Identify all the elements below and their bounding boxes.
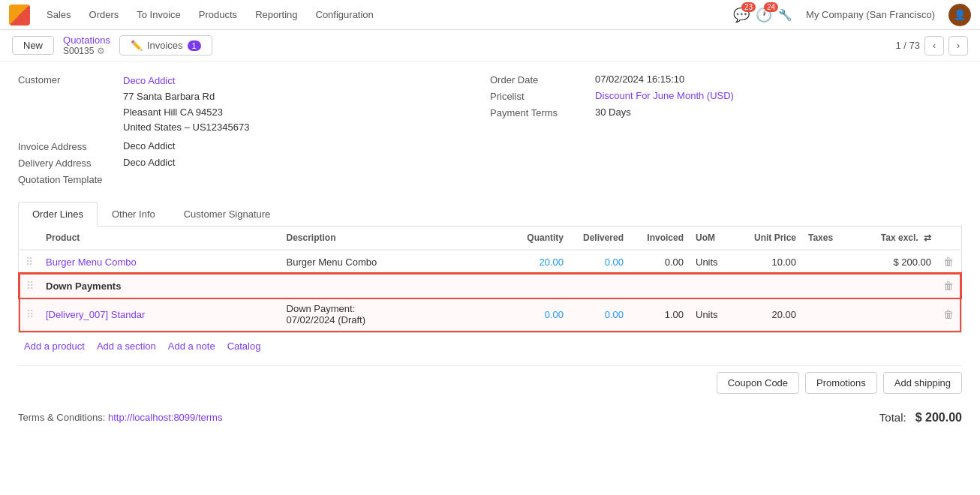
col-taxes: Taxes bbox=[802, 226, 862, 250]
tabs: Order Lines Other Info Customer Signatur… bbox=[18, 202, 962, 226]
section-label-cell[interactable]: Down Payments bbox=[40, 274, 862, 298]
customer-address1: 77 Santa Barbara Rd bbox=[123, 89, 249, 105]
logo-square bbox=[9, 4, 30, 26]
product-cell[interactable]: Burger Menu Combo bbox=[40, 250, 281, 274]
main-content: Customer Deco Addict 77 Santa Barbara Rd… bbox=[0, 62, 980, 495]
record-id: S00135 bbox=[63, 46, 94, 56]
col-right: Order Date 07/02/2024 16:15:10 Pricelist… bbox=[490, 74, 962, 190]
delivery-address-value[interactable]: Deco Addict bbox=[123, 157, 175, 168]
messages-icon[interactable]: 💬 23 bbox=[733, 7, 750, 23]
dp-product-cell[interactable]: [Delivery_007] Standar bbox=[40, 298, 281, 332]
tab-customer-signature[interactable]: Customer Signature bbox=[170, 202, 285, 226]
taxes-cell[interactable] bbox=[802, 250, 862, 274]
user-avatar[interactable]: 👤 bbox=[948, 4, 971, 26]
delivery-address-field: Delivery Address Deco Addict bbox=[18, 157, 490, 169]
pagination-text: 1 / 73 bbox=[895, 40, 920, 51]
pricelist-value[interactable]: Discount For June Month (USD) bbox=[595, 90, 734, 101]
tab-order-lines[interactable]: Order Lines bbox=[18, 202, 98, 226]
customer-address3: United States – US12345673 bbox=[123, 120, 249, 136]
wrench-icon[interactable]: 🔧 bbox=[778, 8, 792, 22]
catalog-link[interactable]: Catalog bbox=[227, 340, 261, 352]
bottom-actions: Coupon Code Promotions Add shipping bbox=[18, 365, 962, 400]
customer-name[interactable]: Deco Addict bbox=[123, 74, 249, 89]
pricelist-label: Pricelist bbox=[490, 90, 595, 102]
invoice-label: Invoices bbox=[147, 40, 183, 51]
tab-other-info[interactable]: Other Info bbox=[98, 202, 170, 226]
dp-tax-excl-cell bbox=[862, 298, 937, 332]
down-payment-row: ⠿ [Delivery_007] Standar Down Payment: 0… bbox=[20, 298, 960, 332]
new-button[interactable]: New bbox=[12, 36, 54, 55]
nav-sales[interactable]: Sales bbox=[39, 4, 79, 25]
activities-badge: 24 bbox=[764, 2, 778, 12]
section-delete-cell: 🗑 bbox=[937, 274, 960, 298]
quotation-template-label: Quotation Template bbox=[18, 173, 123, 185]
breadcrumb-sub: S00135 ⚙ bbox=[63, 46, 110, 56]
nav-reporting[interactable]: Reporting bbox=[248, 4, 305, 25]
section-actions-cell bbox=[862, 274, 937, 298]
dp-delivered-cell: 0.00 bbox=[570, 298, 630, 332]
delete-dp-icon[interactable]: 🗑 bbox=[943, 308, 954, 320]
uom-cell[interactable]: Units bbox=[690, 250, 735, 274]
delivered-cell: 0.00 bbox=[570, 250, 630, 274]
form-header: Customer Deco Addict 77 Santa Barbara Rd… bbox=[18, 74, 962, 190]
invoices-button[interactable]: ✏️ Invoices 1 bbox=[119, 35, 212, 56]
terms-link[interactable]: http://localhost:8099/terms bbox=[108, 412, 222, 423]
col-actions bbox=[937, 226, 960, 250]
promotions-button[interactable]: Promotions bbox=[805, 372, 877, 394]
section-drag-handle-cell: ⠿ bbox=[20, 274, 40, 298]
coupon-code-button[interactable]: Coupon Code bbox=[717, 372, 799, 394]
section-drag-icon[interactable]: ⠿ bbox=[26, 280, 34, 292]
nav-products[interactable]: Products bbox=[191, 4, 245, 25]
activities-icon[interactable]: 🕐 24 bbox=[756, 7, 772, 23]
terms-row: Terms & Conditions: http://localhost:809… bbox=[18, 406, 222, 429]
breadcrumb-parent[interactable]: Quotations bbox=[63, 34, 110, 46]
col-invoiced: Invoiced bbox=[630, 226, 690, 250]
customer-value: Deco Addict 77 Santa Barbara Rd Pleasant… bbox=[123, 74, 249, 136]
messages-badge: 23 bbox=[741, 2, 756, 12]
prev-page-button[interactable]: ‹ bbox=[924, 36, 944, 56]
add-shipping-button[interactable]: Add shipping bbox=[883, 372, 962, 394]
dp-quantity-cell[interactable]: 0.00 bbox=[502, 298, 570, 332]
payment-terms-value[interactable]: 30 Days bbox=[595, 106, 631, 118]
delete-cell: 🗑 bbox=[937, 250, 960, 274]
dp-drag-icon[interactable]: ⠿ bbox=[26, 308, 34, 320]
optional-columns-icon[interactable]: ⇄ bbox=[924, 232, 931, 243]
invoice-address-field: Invoice Address Deco Addict bbox=[18, 140, 490, 152]
customer-address2: Pleasant Hill CA 94523 bbox=[123, 105, 249, 121]
col-uom: UoM bbox=[690, 226, 735, 250]
description-cell[interactable]: Burger Menu Combo bbox=[281, 250, 502, 274]
delete-section-icon[interactable]: 🗑 bbox=[943, 280, 954, 292]
unit-price-cell[interactable]: 10.00 bbox=[735, 250, 802, 274]
company-name[interactable]: My Company (San Francisco) bbox=[798, 4, 942, 25]
add-product-link[interactable]: Add a product bbox=[24, 340, 85, 352]
payment-terms-label: Payment Terms bbox=[490, 106, 595, 118]
table-row: ⠿ Burger Menu Combo Burger Menu Combo 20… bbox=[20, 250, 960, 274]
delete-row-icon[interactable]: 🗑 bbox=[943, 256, 954, 268]
action-bar: New Quotations S00135 ⚙ ✏️ Invoices 1 1 … bbox=[0, 30, 980, 62]
dp-uom-cell[interactable]: Units bbox=[690, 298, 735, 332]
drag-handle-icon[interactable]: ⠿ bbox=[26, 256, 33, 268]
order-date-label: Order Date bbox=[490, 74, 595, 86]
dp-invoiced-cell: 1.00 bbox=[630, 298, 690, 332]
next-page-button[interactable]: › bbox=[948, 36, 968, 56]
order-date-value[interactable]: 07/02/2024 16:15:10 bbox=[595, 74, 684, 85]
add-note-link[interactable]: Add a note bbox=[168, 340, 215, 352]
dp-taxes-cell[interactable] bbox=[802, 298, 862, 332]
col-unit-price: Unit Price bbox=[735, 226, 802, 250]
nav-orders[interactable]: Orders bbox=[82, 4, 127, 25]
pricelist-field: Pricelist Discount For June Month (USD) bbox=[490, 90, 962, 102]
nav-to-invoice[interactable]: To Invoice bbox=[129, 4, 188, 25]
dp-description-cell[interactable]: Down Payment: 07/02/2024 (Draft) bbox=[281, 298, 502, 332]
invoice-address-value[interactable]: Deco Addict bbox=[123, 140, 175, 152]
col-product: Product bbox=[40, 226, 281, 250]
quotation-template-field: Quotation Template bbox=[18, 173, 490, 185]
settings-icon[interactable]: ⚙ bbox=[97, 46, 105, 56]
footer-row: Terms & Conditions: http://localhost:809… bbox=[18, 400, 962, 435]
nav-configuration[interactable]: Configuration bbox=[308, 4, 381, 25]
quantity-cell[interactable]: 20.00 bbox=[502, 250, 570, 274]
dp-unit-price-cell[interactable]: 20.00 bbox=[735, 298, 802, 332]
delivery-address-label: Delivery Address bbox=[18, 157, 123, 169]
table-header-row: Product Description Quantity Delivered I… bbox=[20, 226, 960, 250]
add-section-link[interactable]: Add a section bbox=[97, 340, 156, 352]
drag-handle-cell: ⠿ bbox=[20, 250, 40, 274]
